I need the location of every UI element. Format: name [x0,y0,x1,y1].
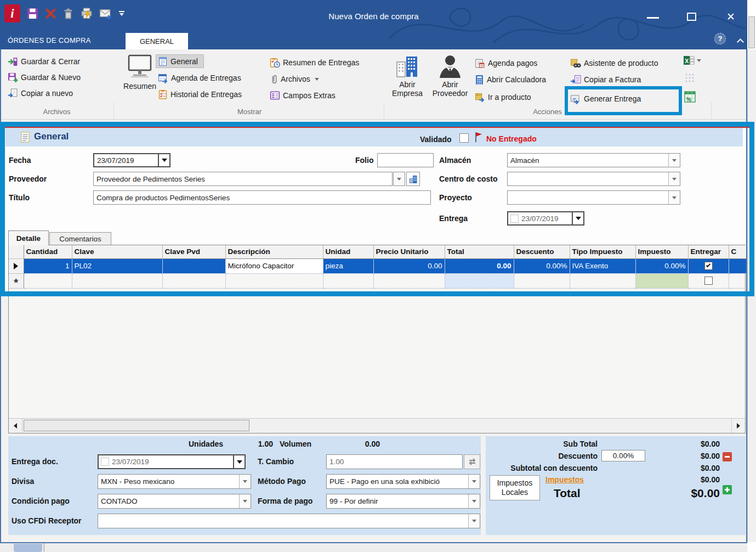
proveedor-input[interactable] [93,172,393,186]
proyecto-dropdown-icon[interactable] [668,191,680,204]
entrega-dropdown-icon[interactable] [572,212,583,224]
metodo-pago-select[interactable]: PUE - Pago en una sola exhibició [326,474,480,489]
table-row-new[interactable] [9,273,746,288]
divisa-dropdown-icon[interactable] [239,475,251,488]
entrega-enable-checkbox[interactable] [510,215,519,223]
cell-descuento[interactable]: 0.00% [514,258,570,273]
uso-cfdi-select[interactable] [98,514,480,528]
help-button[interactable]: ? [714,33,726,44]
metodo-pago-dropdown-icon[interactable] [468,475,480,488]
cell-clave[interactable]: PL02 [72,258,162,273]
entregar-checkbox-unchecked[interactable] [704,277,713,285]
abrir-calculadora-button[interactable]: Abrir Calculadora [475,73,546,86]
proyecto-select[interactable] [507,190,680,205]
new-cell[interactable] [323,273,373,288]
new-cell[interactable] [729,273,746,288]
new-cell[interactable] [225,273,323,288]
descuento-pct-input[interactable] [601,450,645,461]
uso-cfdi-dropdown-icon[interactable] [468,514,480,528]
new-cell-entregar[interactable] [688,273,729,288]
titulo-input[interactable] [93,190,431,205]
new-cell[interactable] [570,273,635,288]
export-excel-button[interactable]: X [683,55,701,66]
new-cell[interactable] [162,273,225,288]
almacen-select[interactable]: Almacén [507,153,680,167]
centro-costo-select[interactable] [507,172,680,186]
folio-input[interactable] [377,153,434,167]
new-cell-total[interactable] [445,273,514,288]
forma-pago-select[interactable]: 99 - Por definir [326,494,480,509]
new-cell-impuesto[interactable] [635,273,688,288]
entrega-doc-date-picker[interactable]: 23/07/2019 [98,454,246,469]
scrollbar-thumb[interactable] [24,420,249,431]
centro-costo-dropdown-icon[interactable] [668,172,680,185]
generar-entrega-button[interactable]: Generar Entrega [570,92,641,105]
guardar-cerrar-button[interactable]: Guardar & Cerrar [8,55,80,68]
historial-entregas-button[interactable]: Historial de Entregas [158,88,242,101]
guardar-nuevo-button[interactable]: Guardar & Nuevo [8,71,81,84]
pattern-dots-icon[interactable] [684,72,695,83]
cell-cantidad[interactable]: 1 [24,258,72,273]
almacen-dropdown-icon[interactable] [668,154,680,167]
abrir-empresa-button[interactable]: Abrir Empresa [387,54,428,98]
horizontal-scrollbar[interactable] [9,418,745,433]
divisa-select[interactable]: MXN - Peso mexicano [98,474,251,489]
copy-invoice-icon [570,75,581,85]
agenda-entregas-button[interactable]: Agenda de Entregas [158,71,241,85]
validado-checkbox[interactable] [459,133,469,143]
mostrar-general-button[interactable]: General [158,55,198,68]
minimize-button[interactable] [647,17,659,19]
edge-scroll-track[interactable] [747,49,756,542]
tab-general[interactable]: GENERAL [126,33,188,49]
abrir-proveedor-button[interactable]: Abrir Proveedor [429,54,471,98]
impuestos-locales-button[interactable]: Impuestos Locales [490,475,540,500]
t-cambio-input[interactable] [326,454,463,469]
copiar-nuevo-button[interactable]: Copiar a nuevo [8,87,73,100]
scroll-left-icon[interactable] [9,419,22,433]
entrega-doc-enable-checkbox[interactable] [101,458,109,466]
remove-discount-button[interactable] [723,452,732,461]
exchange-rate-button[interactable] [464,454,480,469]
proveedor-dropdown-button[interactable] [393,172,405,186]
scroll-right-icon[interactable] [731,419,745,433]
forma-pago-dropdown-icon[interactable] [468,494,480,508]
impuestos-link[interactable]: Impuestos [545,475,584,484]
cell-entregar[interactable] [688,258,729,273]
cell-total[interactable]: 0.00 [445,258,514,273]
fecha-date-picker[interactable]: 23/07/2019 [93,153,170,167]
tab-comentarios[interactable]: Comentarios [49,232,111,245]
edge-scroll-thumb[interactable] [748,16,755,48]
entregar-checkbox-checked[interactable] [704,262,713,270]
percent-table-icon[interactable]: % [684,91,696,103]
ir-a-producto-button[interactable]: Ir a producto [475,91,531,104]
new-cell[interactable] [373,273,445,288]
asistente-producto-button[interactable]: Asistente de producto [570,57,658,70]
maximize-button[interactable] [687,13,696,21]
cell-partial[interactable] [729,258,746,273]
proveedor-lookup-button[interactable] [406,172,420,186]
cell-descripcion[interactable]: Micrófono Capacitor [225,258,323,273]
cell-unidad[interactable]: pieza [323,258,373,273]
fecha-dropdown-icon[interactable] [158,154,169,166]
cell-tipo-impuesto[interactable]: IVA Exento [570,258,635,273]
cell-impuesto[interactable]: 0.00% [635,258,688,273]
entrega-date-picker[interactable]: 23/07/2019 [507,211,584,226]
close-button[interactable]: ✕ [725,11,737,23]
tab-ordenes-de-compra[interactable]: ÓRDENES DE COMPRA [8,36,91,44]
agenda-pagos-button[interactable]: Agenda pagos [475,57,537,70]
campos-extras-button[interactable]: Campos Extras [270,89,336,102]
condicion-pago-dropdown-icon[interactable] [239,494,251,508]
new-cell[interactable] [24,273,72,288]
tab-detalle[interactable]: Detalle [8,230,49,245]
entrega-doc-dropdown-icon[interactable] [233,455,245,468]
copiar-a-factura-button[interactable]: Copiar a Factura [570,73,641,86]
add-tax-button[interactable] [723,485,732,494]
cell-clave-pvd[interactable] [162,258,225,273]
condicion-pago-select[interactable]: CONTADO [98,494,251,509]
new-cell[interactable] [72,273,162,288]
resumen-entregas-button[interactable]: Resumen de Entregas [270,56,359,69]
cell-precio-unitario[interactable]: 0.00 [373,258,445,273]
new-cell[interactable] [514,273,570,288]
archivos-dropdown-button[interactable]: Archivos [270,72,319,86]
table-row-selected[interactable]: 1 PL02 Micrófono Capacitor pieza 0.00 0.… [9,258,746,273]
